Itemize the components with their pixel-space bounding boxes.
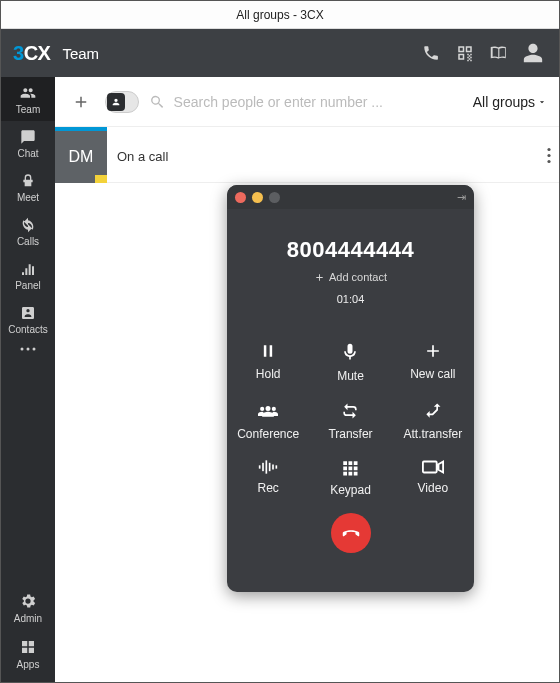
view-toggle[interactable]: [105, 91, 139, 113]
svg-point-5: [547, 159, 550, 162]
phone-icon[interactable]: [417, 39, 445, 67]
sidebar-item-calls[interactable]: Calls: [1, 209, 55, 253]
svg-rect-16: [349, 467, 353, 471]
contact-row: DM On a call: [55, 131, 559, 183]
conference-label: Conference: [237, 427, 299, 441]
toggle-knob-icon: [107, 93, 125, 111]
sidebar-label: Apps: [17, 659, 40, 670]
header-team-label: Team: [62, 45, 99, 62]
contact-status-text: On a call: [117, 149, 168, 164]
book-icon[interactable]: [485, 39, 513, 67]
app-window: All groups - 3CX 3CX Team Team Ch: [0, 0, 560, 683]
maximize-icon[interactable]: [269, 192, 280, 203]
hold-label: Hold: [256, 367, 281, 381]
svg-rect-17: [354, 467, 358, 471]
sidebar-item-chat[interactable]: Chat: [1, 121, 55, 165]
titlebar: All groups - 3CX: [1, 1, 559, 29]
user-icon[interactable]: [519, 39, 547, 67]
more-menu-icon[interactable]: [547, 147, 551, 166]
svg-rect-8: [266, 460, 268, 473]
body: Team Chat Meet Calls Panel Contacts: [1, 77, 559, 682]
call-panel-titlebar: ⇥: [227, 185, 474, 209]
svg-rect-13: [349, 461, 353, 465]
sidebar-label: Admin: [14, 613, 42, 624]
svg-point-4: [547, 153, 550, 156]
sidebar-item-panel[interactable]: Panel: [1, 253, 55, 297]
svg-rect-9: [269, 463, 271, 471]
new-call-button[interactable]: New call: [392, 341, 474, 383]
transfer-button[interactable]: Transfer: [309, 401, 391, 441]
att-transfer-button[interactable]: Att.transfer: [392, 401, 474, 441]
add-button[interactable]: [67, 88, 95, 116]
conference-button[interactable]: Conference: [227, 401, 309, 441]
sidebar-label: Calls: [17, 236, 39, 247]
svg-rect-20: [354, 472, 358, 476]
popout-icon[interactable]: ⇥: [457, 191, 466, 204]
newcall-label: New call: [410, 367, 455, 381]
avatar-initials: DM: [69, 148, 94, 166]
sidebar-label: Team: [16, 104, 40, 115]
atttransfer-label: Att.transfer: [403, 427, 462, 441]
video-button[interactable]: Video: [392, 459, 474, 497]
sidebar-item-meet[interactable]: Meet: [1, 165, 55, 209]
qr-icon[interactable]: [451, 39, 479, 67]
keypad-label: Keypad: [330, 483, 371, 497]
sidebar-label: Panel: [15, 280, 41, 291]
sidebar-item-team[interactable]: Team: [1, 77, 55, 121]
header: 3CX Team: [1, 29, 559, 77]
search-input[interactable]: [174, 94, 463, 110]
sidebar-label: Meet: [17, 192, 39, 203]
svg-rect-7: [262, 463, 264, 471]
sidebar-label: Chat: [17, 148, 38, 159]
rec-button[interactable]: Rec: [227, 459, 309, 497]
status-corner-icon: [95, 175, 107, 183]
groups-label: All groups: [473, 94, 535, 110]
rec-label: Rec: [257, 481, 278, 495]
plus-icon: [314, 272, 325, 283]
hold-button[interactable]: Hold: [227, 341, 309, 383]
svg-rect-19: [349, 472, 353, 476]
call-timer: 01:04: [227, 293, 474, 305]
sidebar: Team Chat Meet Calls Panel Contacts: [1, 77, 55, 682]
chevron-down-icon: [537, 97, 547, 107]
svg-rect-15: [344, 467, 348, 471]
sidebar-item-contacts[interactable]: Contacts: [1, 297, 55, 341]
add-contact-button[interactable]: Add contact: [227, 271, 474, 283]
svg-rect-10: [272, 465, 274, 470]
contact-avatar[interactable]: DM: [55, 131, 107, 183]
contact-status-card[interactable]: On a call: [107, 131, 559, 183]
search-field[interactable]: [149, 93, 463, 111]
window-title: All groups - 3CX: [236, 8, 323, 22]
sidebar-item-apps[interactable]: Apps: [1, 630, 55, 682]
search-icon: [149, 93, 166, 111]
close-icon[interactable]: [235, 192, 246, 203]
hangup-button[interactable]: [331, 513, 371, 553]
transfer-label: Transfer: [328, 427, 372, 441]
app-logo: 3CX: [13, 42, 50, 65]
toolbar: All groups: [55, 77, 559, 127]
svg-rect-11: [276, 465, 278, 468]
keypad-button[interactable]: Keypad: [309, 459, 391, 497]
sidebar-label: Contacts: [8, 324, 47, 335]
svg-rect-12: [344, 461, 348, 465]
svg-rect-14: [354, 461, 358, 465]
svg-rect-6: [259, 465, 261, 468]
add-contact-label: Add contact: [329, 271, 387, 283]
sidebar-item-more[interactable]: [1, 341, 55, 359]
svg-point-1: [27, 348, 30, 351]
main-area: All groups DM On a call: [55, 77, 559, 682]
call-panel: ⇥ 8004444444 Add contact 01:04 Hold Mute: [227, 185, 474, 592]
svg-point-2: [33, 348, 36, 351]
call-number: 8004444444: [227, 237, 474, 263]
svg-point-3: [547, 147, 550, 150]
sidebar-item-admin[interactable]: Admin: [1, 584, 55, 630]
svg-rect-18: [344, 472, 348, 476]
groups-dropdown[interactable]: All groups: [473, 94, 547, 110]
minimize-icon[interactable]: [252, 192, 263, 203]
svg-point-0: [21, 348, 24, 351]
mute-label: Mute: [337, 369, 364, 383]
video-label: Video: [418, 481, 448, 495]
mute-button[interactable]: Mute: [309, 341, 391, 383]
call-actions-grid: Hold Mute New call Conference: [227, 341, 474, 497]
